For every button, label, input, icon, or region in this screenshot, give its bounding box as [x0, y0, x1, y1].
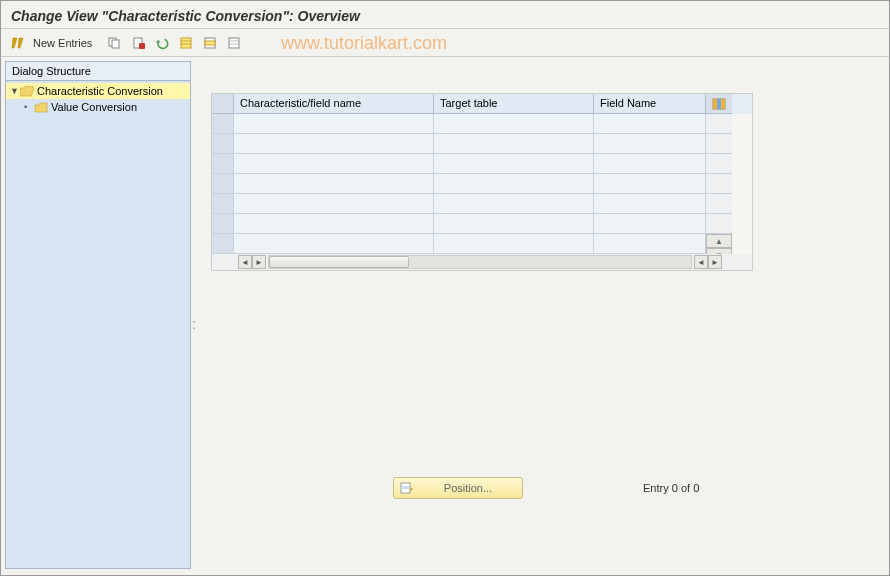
entry-status-text: Entry 0 of 0: [643, 482, 699, 494]
open-folder-icon: [20, 86, 34, 96]
toggle-icon[interactable]: [9, 33, 29, 53]
svg-rect-9: [229, 38, 239, 48]
scroll-up-button[interactable]: ▲: [706, 234, 732, 248]
tree-expand-icon[interactable]: ▼: [10, 86, 20, 96]
dialog-structure-header: Dialog Structure: [6, 62, 190, 81]
table-header-row: Characteristic/field name Target table F…: [212, 94, 752, 114]
position-button[interactable]: Position...: [393, 477, 523, 499]
scroll-left-end-button[interactable]: ◄: [694, 255, 708, 269]
position-button-label: Position...: [420, 482, 516, 494]
table-row[interactable]: [212, 174, 752, 194]
table-row[interactable]: [212, 194, 752, 214]
tree-item-characteristic-conversion[interactable]: ▼ Characteristic Conversion: [6, 83, 190, 99]
svg-rect-3: [139, 43, 145, 49]
table-row[interactable]: [212, 114, 752, 134]
svg-rect-8: [205, 41, 215, 45]
title-bar: Change View "Characteristic Conversion":…: [1, 1, 889, 29]
column-target-table[interactable]: Target table: [434, 94, 594, 114]
new-entries-button[interactable]: New Entries: [33, 37, 92, 49]
svg-rect-14: [717, 99, 721, 109]
position-icon: [400, 481, 414, 495]
bottom-controls: Position... Entry 0 of 0: [393, 477, 699, 499]
select-block-icon[interactable]: [200, 33, 220, 53]
table-panel: Characteristic/field name Target table F…: [211, 93, 753, 271]
table-row[interactable]: [212, 214, 752, 234]
table-config-button[interactable]: [706, 94, 732, 114]
tree: ▼ Characteristic Conversion • Value Conv…: [6, 81, 190, 568]
select-all-icon[interactable]: [176, 33, 196, 53]
scroll-right-button[interactable]: ►: [252, 255, 266, 269]
svg-rect-13: [713, 99, 717, 109]
table-row[interactable]: [212, 134, 752, 154]
scroll-track[interactable]: [268, 255, 692, 269]
toolbar: New Entries www.tutorialkart.com: [1, 29, 889, 57]
tree-item-value-conversion[interactable]: • Value Conversion: [6, 99, 190, 115]
scroll-down-button[interactable]: ▼: [706, 248, 732, 254]
watermark-text: www.tutorialkart.com: [281, 33, 447, 54]
main-area: Dialog Structure ▼ Characteristic Conver…: [1, 57, 889, 573]
closed-folder-icon: [34, 102, 48, 112]
table-row[interactable]: ▲ ▼: [212, 234, 752, 254]
tree-item-label: Characteristic Conversion: [37, 85, 163, 97]
scroll-thumb[interactable]: [269, 256, 409, 268]
tree-bullet-icon: •: [24, 102, 34, 112]
undo-icon[interactable]: [152, 33, 172, 53]
svg-rect-17: [401, 486, 410, 489]
scroll-left-button[interactable]: ◄: [238, 255, 252, 269]
table-body: ▲ ▼: [212, 114, 752, 254]
scroll-right-end-button[interactable]: ►: [708, 255, 722, 269]
column-characteristic[interactable]: Characteristic/field name: [234, 94, 434, 114]
dialog-structure-panel: Dialog Structure ▼ Characteristic Conver…: [5, 61, 191, 569]
app-window: Change View "Characteristic Conversion":…: [0, 0, 890, 576]
deselect-all-icon[interactable]: [224, 33, 244, 53]
svg-rect-1: [112, 40, 119, 48]
copy-icon[interactable]: [104, 33, 124, 53]
content-area: Characteristic/field name Target table F…: [197, 57, 889, 573]
delete-icon[interactable]: [128, 33, 148, 53]
table-select-all-header[interactable]: [212, 94, 234, 114]
table-row[interactable]: [212, 154, 752, 174]
svg-rect-4: [181, 38, 191, 48]
tree-item-label: Value Conversion: [51, 101, 137, 113]
page-title: Change View "Characteristic Conversion":…: [11, 8, 360, 24]
horizontal-scrollbar: ◄ ► ◄ ►: [212, 254, 752, 270]
column-field-name[interactable]: Field Name: [594, 94, 706, 114]
svg-rect-15: [721, 99, 725, 109]
